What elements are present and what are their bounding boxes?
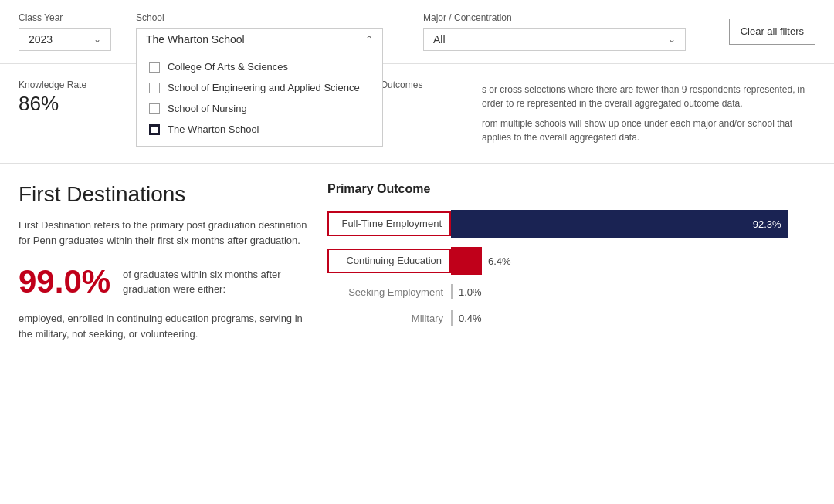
first-dest-left-panel: First Destinations First Destination ref…: [19, 182, 312, 341]
school-filter: School The Wharton School ⌃ College Of A…: [136, 12, 383, 50]
checkbox-wharton[interactable]: [149, 124, 160, 135]
bar-row-seeking: Seeking Employment 1.0%: [327, 284, 815, 299]
major-filter: Major / Concentration All ⌄: [423, 12, 686, 51]
bar-label-seeking: Seeking Employment: [327, 286, 451, 298]
big-stat-row: 99.0% of graduates within six months aft…: [19, 263, 312, 300]
checkbox-arts[interactable]: [149, 62, 160, 73]
chart-area: Primary Outcome Full-Time Employment 92.…: [312, 182, 815, 341]
major-select[interactable]: All ⌄: [423, 28, 686, 51]
bar-label-military: Military: [327, 313, 451, 324]
knowledge-rate-label: Knowledge Rate: [19, 79, 142, 90]
bar-track-seeking: 1.0%: [451, 284, 482, 299]
big-stat-desc: of graduates within six months after gra…: [123, 267, 312, 297]
chevron-down-icon: ⌄: [93, 34, 101, 45]
school-option-arts-label: College Of Arts & Sciences: [168, 61, 288, 73]
chevron-up-icon: ⌃: [365, 34, 373, 45]
bar-track-military: 0.4%: [451, 310, 482, 326]
knowledge-rate-stat: Knowledge Rate 86%: [19, 79, 142, 151]
class-year-label: Class Year: [19, 12, 111, 23]
bar-label-full-time: Full-Time Employment: [327, 211, 451, 236]
bar-track-cont-ed: 6.4%: [451, 247, 815, 275]
bar-fill-full-time: 92.3%: [451, 210, 788, 238]
filter-bar: Class Year 2023 ⌄ School The Wharton Sch…: [0, 0, 834, 64]
school-label: School: [136, 12, 383, 23]
chevron-down-major-icon: ⌄: [668, 34, 676, 45]
school-option-eng-label: School of Engineering and Applied Scienc…: [168, 82, 360, 93]
class-year-value: 2023: [29, 33, 53, 46]
class-year-filter: Class Year 2023 ⌄: [19, 12, 111, 51]
school-select[interactable]: The Wharton School ⌃: [136, 28, 383, 50]
checkbox-eng[interactable]: [149, 83, 160, 93]
notice-column: s or cross selections where there are fe…: [482, 79, 815, 151]
class-year-select[interactable]: 2023 ⌄: [19, 28, 111, 51]
bar-line-seeking: [451, 284, 453, 299]
notice-1: s or cross selections where there are fe…: [482, 83, 815, 110]
bar-pct-full-time: 92.3%: [753, 218, 781, 230]
major-value: All: [433, 33, 446, 46]
bar-row-cont-ed: Continuing Education 6.4%: [327, 247, 815, 275]
school-dropdown-menu: College Of Arts & Sciences School of Eng…: [136, 50, 383, 147]
bar-fill-cont-ed: [451, 247, 482, 275]
school-option-nursing[interactable]: School of Nursing: [137, 98, 382, 119]
school-option-wharton-label: The Wharton School: [168, 123, 259, 135]
major-label: Major / Concentration: [423, 12, 686, 23]
bar-label-cont-ed: Continuing Education: [327, 249, 451, 273]
bar-pct-military: 0.4%: [459, 313, 482, 324]
school-option-nursing-label: School of Nursing: [168, 103, 247, 114]
first-destinations-section: First Destinations First Destination ref…: [0, 164, 834, 357]
bar-track-full-time: 92.3%: [451, 210, 815, 238]
stats-section: Knowledge Rate 86% Response Rate 71% Tot…: [0, 64, 834, 164]
bar-pct-seeking: 1.0%: [459, 286, 482, 298]
clear-filters-button[interactable]: Clear all filters: [729, 19, 815, 46]
knowledge-rate-value: 86%: [19, 92, 142, 116]
employed-note: employed, enrolled in continuing educati…: [19, 311, 312, 341]
notice-2: rom multiple schools will show up once u…: [482, 117, 815, 144]
bar-pct-cont-ed: 6.4%: [488, 255, 511, 267]
big-percentage: 99.0%: [19, 263, 110, 300]
chart-title: Primary Outcome: [327, 182, 815, 196]
school-value: The Wharton School: [146, 33, 245, 46]
school-option-arts[interactable]: College Of Arts & Sciences: [137, 56, 382, 77]
bar-row-military: Military 0.4%: [327, 310, 815, 326]
school-option-eng[interactable]: School of Engineering and Applied Scienc…: [137, 77, 382, 98]
checkbox-nursing[interactable]: [149, 103, 160, 114]
school-option-wharton[interactable]: The Wharton School: [137, 119, 382, 140]
first-dest-title: First Destinations: [19, 182, 312, 207]
bar-row-full-time: Full-Time Employment 92.3%: [327, 210, 815, 238]
first-dest-description: First Destination refers to the primary …: [19, 218, 312, 248]
bar-line-military: [451, 310, 453, 326]
